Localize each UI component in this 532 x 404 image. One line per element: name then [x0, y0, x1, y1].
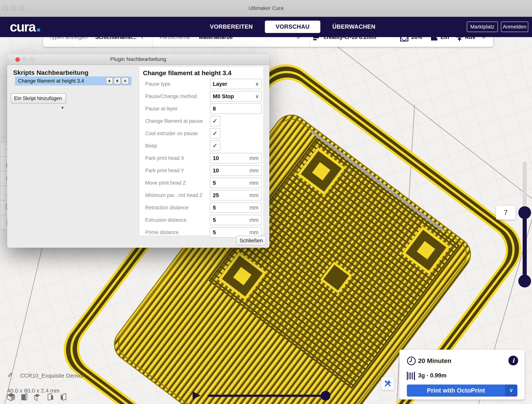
- field-label: Change filament at pause: [145, 116, 203, 126]
- field-value: M0 Stop: [213, 91, 234, 101]
- tab-ueberwachen[interactable]: ÜBERWACHEN: [327, 17, 381, 37]
- field-input[interactable]: 8: [210, 103, 262, 114]
- dropdown-caret-icon: ▾: [61, 103, 63, 112]
- field-label: Retraction distance: [145, 202, 189, 213]
- select-chevron-icon: ∨: [255, 79, 259, 89]
- dialog-zoom-button[interactable]: [30, 57, 34, 62]
- field-label: Park print head Y: [145, 165, 184, 176]
- macos-titlebar: Ultimaker Cura: [0, 0, 532, 17]
- scripts-heading: Skripts Nachbearbeitung: [13, 69, 89, 76]
- field-select[interactable]: Layer∨: [210, 79, 262, 89]
- tab-vorschau[interactable]: VORSCHAU: [265, 21, 320, 33]
- print-job-panel: 20 Minuten i 3g · 0.99m Print with OctoP…: [399, 350, 525, 399]
- view-3d-button[interactable]: [7, 393, 15, 401]
- field-label: Minimum par...rint head Z: [145, 190, 203, 200]
- view-right-button[interactable]: [59, 393, 68, 401]
- field-label: Beep: [145, 141, 157, 151]
- print-options-chevron-icon[interactable]: ∨: [505, 385, 517, 397]
- path-progress-knob[interactable]: [321, 391, 330, 401]
- field-label: Extrusion distance: [145, 215, 187, 225]
- move-script-down-button[interactable]: ∨: [114, 77, 121, 84]
- field-unit: mm: [249, 153, 259, 163]
- field-unit: mm: [249, 215, 259, 225]
- field-input[interactable]: 5mm: [210, 178, 262, 188]
- field-input[interactable]: 10mm: [210, 153, 262, 163]
- field-value: 5: [213, 227, 216, 237]
- add-script-dropdown[interactable]: Ein Skript hinzufügen ▾: [11, 93, 66, 103]
- field-label: Pause type: [145, 79, 171, 89]
- dialog-close-button[interactable]: [15, 57, 20, 62]
- close-dialog-button[interactable]: Schließen: [236, 236, 266, 245]
- field-label: Pause at layer: [145, 103, 177, 114]
- marketplace-button[interactable]: Marktplatz: [467, 22, 498, 32]
- field-label: Cool extruder on pause: [145, 128, 198, 139]
- material-estimate: 3g · 0.99m: [418, 372, 447, 379]
- view-left-button[interactable]: [46, 393, 55, 401]
- logo-dot-icon: [37, 28, 40, 32]
- field-label: Move print head Z: [145, 178, 186, 188]
- field-unit: mm: [249, 203, 259, 212]
- form-row: Pause at layer8: [139, 103, 263, 114]
- wrench-icon: [384, 379, 392, 388]
- field-checkbox[interactable]: ✓: [210, 116, 220, 126]
- field-label: Prime distance: [145, 227, 179, 237]
- dialog-title: Plugin Nachbearbeitung: [7, 54, 269, 64]
- print-button-label[interactable]: Print with OctoPrint: [407, 385, 505, 397]
- layer-slider-range[interactable]: [523, 213, 527, 281]
- app-header: cura VORBEREITEN VORSCHAU ÜBERWACHEN Mar…: [0, 17, 532, 37]
- script-settings-title: Change filament at height 3.4: [143, 69, 231, 77]
- signin-button[interactable]: Anmelden: [501, 22, 528, 32]
- form-row: Pause/Change methodM0 Stop∨: [139, 91, 263, 102]
- field-value: 5: [213, 203, 216, 212]
- field-input[interactable]: 5mm: [210, 215, 262, 225]
- rename-model-pencil-icon[interactable]: ✎: [7, 371, 13, 379]
- add-script-label: Ein Skript hinzufügen: [14, 96, 62, 101]
- window-title: Ultimaker Cura: [0, 0, 532, 17]
- field-label: Park print head X: [145, 153, 184, 163]
- print-time-estimate: 20 Minuten: [418, 357, 451, 365]
- play-simulation-button[interactable]: ▶: [193, 389, 201, 400]
- field-value: 25: [213, 190, 219, 200]
- field-checkbox[interactable]: ✓: [210, 141, 220, 151]
- form-row: Cool extruder on pause✓: [139, 128, 263, 139]
- remove-script-button[interactable]: ×: [121, 77, 129, 84]
- field-input[interactable]: 10mm: [210, 165, 262, 176]
- form-row: Beep✓: [139, 141, 263, 151]
- field-input[interactable]: 5mm: [210, 202, 262, 213]
- layer-slider-lower-handle[interactable]: [518, 275, 531, 288]
- camera-view-buttons: [7, 393, 68, 401]
- logo-text: cura: [10, 19, 35, 34]
- form-row: Change filament at pause✓: [139, 116, 263, 126]
- post-processing-dialog: Plugin Nachbearbeitung Skripts Nachbearb…: [7, 54, 269, 248]
- field-value: 10: [213, 166, 219, 175]
- tab-vorbereiten[interactable]: VORBEREITEN: [204, 17, 259, 37]
- field-label: Pause/Change method: [145, 91, 197, 102]
- form-row: Move print head Z5mm: [139, 178, 263, 188]
- field-value: 10: [213, 153, 219, 163]
- info-icon[interactable]: i: [508, 356, 518, 366]
- form-row: Park print head X10mm: [139, 153, 263, 163]
- path-progress-slider[interactable]: [208, 395, 327, 397]
- field-unit: mm: [249, 190, 259, 200]
- form-row: Extrusion distance5mm: [139, 215, 263, 225]
- octoprint-settings-button[interactable]: [381, 377, 394, 390]
- field-input[interactable]: 25mm: [210, 190, 262, 200]
- field-unit: mm: [249, 166, 259, 175]
- cura-logo: cura: [10, 17, 40, 37]
- field-value: 5: [213, 178, 216, 188]
- material-usage-icon: [406, 372, 416, 380]
- field-select[interactable]: M0 Stop∨: [210, 91, 262, 102]
- dialog-titlebar[interactable]: Plugin Nachbearbeitung: [7, 54, 269, 65]
- view-front-button[interactable]: [20, 393, 28, 401]
- form-row: Park print head Y10mm: [139, 165, 263, 176]
- clock-icon: [406, 356, 416, 366]
- script-name: Change filament at height 3.4: [18, 77, 84, 85]
- script-list-item[interactable]: Change filament at height 3.4 ∧ ∨ ×: [15, 77, 132, 85]
- dialog-minimize-button[interactable]: [22, 57, 27, 62]
- layer-slider-upper-handle[interactable]: [518, 206, 531, 219]
- field-value: Layer: [213, 79, 227, 89]
- field-checkbox[interactable]: ✓: [210, 128, 220, 139]
- print-with-octoprint-button[interactable]: Print with OctoPrint ∨: [407, 385, 517, 397]
- move-script-up-button[interactable]: ∧: [106, 77, 113, 84]
- view-top-button[interactable]: [33, 393, 42, 401]
